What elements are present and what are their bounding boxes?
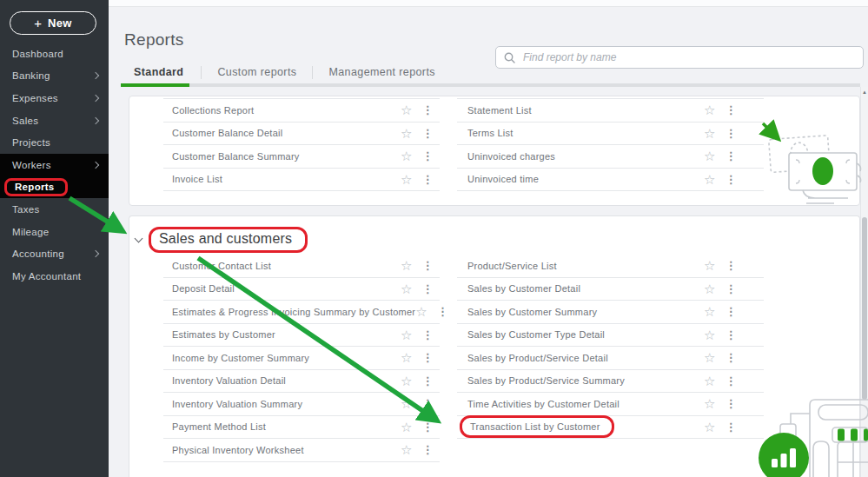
star-icon[interactable]: ☆: [704, 259, 716, 272]
star-icon[interactable]: ☆: [704, 149, 716, 162]
kebab-menu-icon[interactable]: ⋮: [437, 306, 448, 317]
star-icon[interactable]: ☆: [704, 397, 716, 410]
star-icon[interactable]: ☆: [401, 149, 413, 162]
search-input[interactable]: [521, 50, 855, 64]
kebab-menu-icon[interactable]: ⋮: [726, 329, 737, 341]
report-row[interactable]: Estimates & Progress Invoicing Summary b…: [163, 301, 440, 324]
kebab-menu-icon[interactable]: ⋮: [726, 352, 737, 363]
kebab-menu-icon[interactable]: ⋮: [726, 306, 737, 317]
star-icon[interactable]: ☆: [401, 282, 413, 295]
star-icon[interactable]: ☆: [401, 351, 413, 364]
sidebar-item-accounting[interactable]: Accounting: [0, 242, 109, 265]
sidebar-item-sales[interactable]: Sales: [0, 109, 109, 132]
kebab-menu-icon[interactable]: ⋮: [726, 283, 737, 295]
chevron-down-icon[interactable]: [135, 234, 143, 242]
sidebar-item-projects[interactable]: Projects: [0, 131, 109, 154]
report-row[interactable]: Sales by Customer Type Detail☆⋮: [457, 324, 764, 348]
report-row[interactable]: Terms List☆⋮: [457, 123, 764, 146]
kebab-menu-icon[interactable]: ⋮: [422, 352, 434, 363]
sidebar-item-expenses[interactable]: Expenses: [0, 87, 109, 109]
report-row[interactable]: Uninvoiced charges☆⋮: [457, 145, 764, 169]
sidebar-item-reports[interactable]: Reports: [0, 176, 109, 199]
star-icon[interactable]: ☆: [401, 127, 413, 140]
star-icon[interactable]: ☆: [704, 103, 716, 116]
kebab-menu-icon[interactable]: ⋮: [726, 421, 737, 433]
kebab-menu-icon[interactable]: ⋮: [422, 260, 434, 271]
scrollbar-thumb[interactable]: [862, 217, 867, 400]
report-row[interactable]: Deposit Detail☆⋮: [163, 278, 440, 301]
report-row[interactable]: Statement List☆⋮: [457, 99, 764, 123]
star-icon[interactable]: ☆: [704, 173, 716, 186]
vertical-scrollbar[interactable]: ▲: [860, 87, 868, 477]
report-row[interactable]: Collections Report☆⋮: [163, 99, 440, 123]
kebab-menu-icon[interactable]: ⋮: [726, 260, 737, 271]
report-row[interactable]: Payment Method List☆⋮: [163, 416, 440, 440]
report-row[interactable]: Customer Balance Detail☆⋮: [163, 123, 440, 146]
report-row[interactable]: Sales by Customer Detail☆⋮: [457, 278, 764, 301]
report-row[interactable]: Sales by Product/Service Detail☆⋮: [457, 347, 764, 370]
star-icon[interactable]: ☆: [401, 421, 413, 434]
kebab-menu-icon[interactable]: ⋮: [422, 104, 434, 116]
report-row[interactable]: Transaction List by Customer☆⋮: [457, 416, 764, 440]
kebab-menu-icon[interactable]: ⋮: [422, 398, 434, 409]
star-icon[interactable]: ☆: [704, 374, 716, 388]
star-icon[interactable]: ☆: [401, 374, 413, 388]
tab-standard[interactable]: Standard: [121, 66, 201, 78]
report-row[interactable]: Estimates by Customer☆⋮: [163, 324, 440, 348]
kebab-menu-icon[interactable]: ⋮: [422, 421, 434, 433]
report-row[interactable]: Inventory Valuation Summary☆⋮: [163, 393, 440, 416]
star-icon[interactable]: ☆: [704, 127, 716, 140]
report-name: Sales by Customer Detail: [457, 283, 704, 294]
kebab-menu-icon[interactable]: ⋮: [422, 150, 434, 162]
star-icon[interactable]: ☆: [704, 305, 716, 318]
sidebar-item-mileage[interactable]: Mileage: [0, 221, 109, 243]
report-name: Transaction List by Customer: [460, 415, 614, 438]
sidebar-item-label: Dashboard: [12, 49, 63, 59]
kebab-menu-icon[interactable]: ⋮: [422, 174, 434, 185]
sidebar-item-banking[interactable]: Banking: [0, 65, 109, 88]
tab-management-reports[interactable]: Management reports: [313, 66, 451, 78]
report-row[interactable]: Inventory Valuation Detail☆⋮: [163, 370, 440, 394]
report-row[interactable]: Sales by Customer Summary☆⋮: [457, 301, 764, 324]
report-row[interactable]: Product/Service List☆⋮: [457, 255, 764, 278]
kebab-menu-icon[interactable]: ⋮: [422, 329, 434, 341]
sidebar-item-dashboard[interactable]: Dashboard: [0, 43, 109, 65]
star-icon[interactable]: ☆: [401, 443, 413, 456]
star-icon[interactable]: ☆: [401, 173, 413, 186]
star-icon[interactable]: ☆: [401, 397, 413, 410]
scroll-up-icon[interactable]: ▲: [861, 89, 868, 95]
star-icon[interactable]: ☆: [401, 103, 413, 116]
sidebar-item-my-accountant[interactable]: My Accountant: [0, 265, 109, 288]
report-row[interactable]: Sales by Product/Service Summary☆⋮: [457, 370, 764, 394]
sidebar-item-workers[interactable]: Workers: [0, 154, 109, 176]
report-search-box[interactable]: [495, 46, 864, 69]
new-button[interactable]: + New: [10, 11, 96, 35]
star-icon[interactable]: ☆: [704, 328, 716, 341]
star-icon[interactable]: ☆: [415, 305, 427, 318]
star-icon[interactable]: ☆: [401, 259, 413, 272]
sidebar-item-taxes[interactable]: Taxes: [0, 198, 109, 221]
kebab-menu-icon[interactable]: ⋮: [422, 375, 434, 387]
kebab-menu-icon[interactable]: ⋮: [726, 174, 737, 185]
report-row[interactable]: Uninvoiced time☆⋮: [457, 169, 764, 192]
report-row[interactable]: Physical Inventory Worksheet☆⋮: [163, 439, 440, 462]
kebab-menu-icon[interactable]: ⋮: [422, 444, 434, 455]
report-row[interactable]: Customer Contact List☆⋮: [163, 255, 440, 278]
star-icon[interactable]: ☆: [401, 328, 413, 341]
star-icon[interactable]: ☆: [704, 351, 716, 364]
star-icon[interactable]: ☆: [704, 282, 716, 295]
kebab-menu-icon[interactable]: ⋮: [726, 398, 737, 409]
report-row[interactable]: Income by Customer Summary☆⋮: [163, 347, 440, 370]
kebab-menu-icon[interactable]: ⋮: [726, 375, 737, 387]
kebab-menu-icon[interactable]: ⋮: [726, 104, 737, 116]
report-row[interactable]: Customer Balance Summary☆⋮: [163, 145, 440, 169]
kebab-menu-icon[interactable]: ⋮: [726, 150, 737, 162]
report-row[interactable]: Invoice List☆⋮: [163, 169, 440, 192]
star-icon[interactable]: ☆: [704, 421, 716, 434]
kebab-menu-icon[interactable]: ⋮: [422, 128, 434, 139]
kebab-menu-icon[interactable]: ⋮: [726, 128, 737, 139]
report-row[interactable]: Time Activities by Customer Detail☆⋮: [457, 393, 764, 416]
kebab-menu-icon[interactable]: ⋮: [422, 283, 434, 295]
tab-custom-reports[interactable]: Custom reports: [202, 66, 312, 78]
chevron-right-icon: [92, 250, 99, 257]
